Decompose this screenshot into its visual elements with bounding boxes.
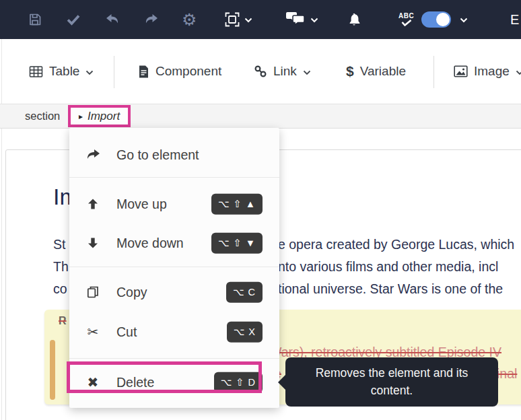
variable-button[interactable]: $ Variable xyxy=(346,63,406,79)
go-to-element-icon xyxy=(84,148,102,162)
copy-icon xyxy=(84,285,102,299)
window-edge xyxy=(1,39,2,420)
chevron-down-icon[interactable] xyxy=(310,13,318,26)
app-window: ⚙ ABC xyxy=(0,0,521,420)
component-button[interactable]: Component xyxy=(138,64,221,79)
table-button[interactable]: Table xyxy=(29,64,94,79)
comments-icon[interactable] xyxy=(285,11,306,28)
menu-item-copy[interactable]: Copy ⌥ C xyxy=(69,273,279,311)
shortcut-badge: ⌥ ⇧ ▼ xyxy=(211,233,263,254)
menu-separator xyxy=(69,177,279,178)
undo-icon[interactable] xyxy=(104,12,120,27)
menu-item-move-down[interactable]: Move down ⌥ ⇧ ▼ xyxy=(69,224,279,262)
chevron-down-icon[interactable] xyxy=(244,13,252,26)
shortcut-badge: ⌥ X xyxy=(227,322,263,343)
chevron-down-icon xyxy=(85,64,94,79)
breadcrumb-item-import[interactable]: Import xyxy=(88,110,120,123)
menu-item-delete[interactable]: ✖ Delete ⌥ ⇧ D xyxy=(69,363,279,401)
component-icon xyxy=(138,65,149,79)
save-icon[interactable] xyxy=(28,12,42,27)
breadcrumb: section ▸ Import xyxy=(0,104,521,129)
context-menu: Go to element Move up ⌥ ⇧ ▲ Move down ⌥ … xyxy=(69,128,279,408)
bell-icon[interactable] xyxy=(346,11,362,28)
toolbar-separator xyxy=(433,56,434,88)
deleted-text: inal xyxy=(497,366,517,382)
gear-icon[interactable]: ⚙ xyxy=(182,11,197,28)
paragraph-fragment: e opera created by George Lucas, which xyxy=(278,237,514,252)
toggle-knob xyxy=(436,13,450,26)
paragraph-fragment: co xyxy=(53,281,67,297)
toolbar-separator xyxy=(114,56,114,88)
breadcrumb-arrow-icon: ▸ xyxy=(79,112,83,121)
fullscreen-icon[interactable] xyxy=(223,11,241,28)
link-icon xyxy=(254,65,267,78)
menu-item-cut[interactable]: ✂ Cut ⌥ X xyxy=(69,313,279,351)
edit-menu-label[interactable]: E xyxy=(510,12,519,28)
element-toolbar: Table Component Link $ xyxy=(0,39,521,104)
tracked-change-label: R xyxy=(59,315,67,327)
shortcut-badge: ⌥ C xyxy=(226,282,263,303)
image-icon xyxy=(454,65,468,77)
track-changes-toggle[interactable] xyxy=(421,11,451,28)
menu-separator xyxy=(69,267,279,267)
cut-icon: ✂ xyxy=(84,325,102,339)
move-down-icon xyxy=(84,236,102,250)
link-button[interactable]: Link xyxy=(254,64,311,79)
spellcheck-icon[interactable]: ABC xyxy=(398,13,414,26)
move-up-icon xyxy=(84,197,102,211)
delete-icon: ✖ xyxy=(84,376,102,389)
paragraph-fragment: nto various films and other media, incl xyxy=(278,259,498,275)
tooltip: Removes the element and its content. xyxy=(285,357,498,407)
redo-icon[interactable] xyxy=(143,12,160,27)
check-icon[interactable] xyxy=(66,13,81,26)
chevron-down-icon[interactable] xyxy=(460,13,468,26)
breadcrumb-item-section[interactable]: section xyxy=(25,110,60,123)
tooltip-arrow xyxy=(278,375,285,390)
quote-border-bar xyxy=(50,340,55,400)
shortcut-badge: ⌥ ⇧ D xyxy=(214,372,263,393)
chevron-down-icon xyxy=(516,64,521,79)
paragraph-fragment: tional universe. Star Wars is one of the xyxy=(278,281,503,297)
table-icon xyxy=(29,65,43,78)
tooltip-text: content. xyxy=(371,382,413,400)
dollar-icon: $ xyxy=(346,63,354,79)
menu-separator xyxy=(69,358,279,359)
import-highlight-box: ▸ Import xyxy=(68,105,131,127)
menu-item-go-to-element[interactable]: Go to element xyxy=(69,136,279,174)
chevron-down-icon xyxy=(303,64,311,79)
paragraph-fragment: St xyxy=(53,237,65,252)
image-button[interactable]: Image xyxy=(454,64,521,79)
top-toolbar: ⚙ ABC xyxy=(0,0,521,39)
paragraph-fragment: Th xyxy=(53,259,69,275)
tooltip-text: Removes the element and its xyxy=(316,365,468,382)
shortcut-badge: ⌥ ⇧ ▲ xyxy=(211,194,263,215)
menu-item-move-up[interactable]: Move up ⌥ ⇧ ▲ xyxy=(69,185,279,223)
